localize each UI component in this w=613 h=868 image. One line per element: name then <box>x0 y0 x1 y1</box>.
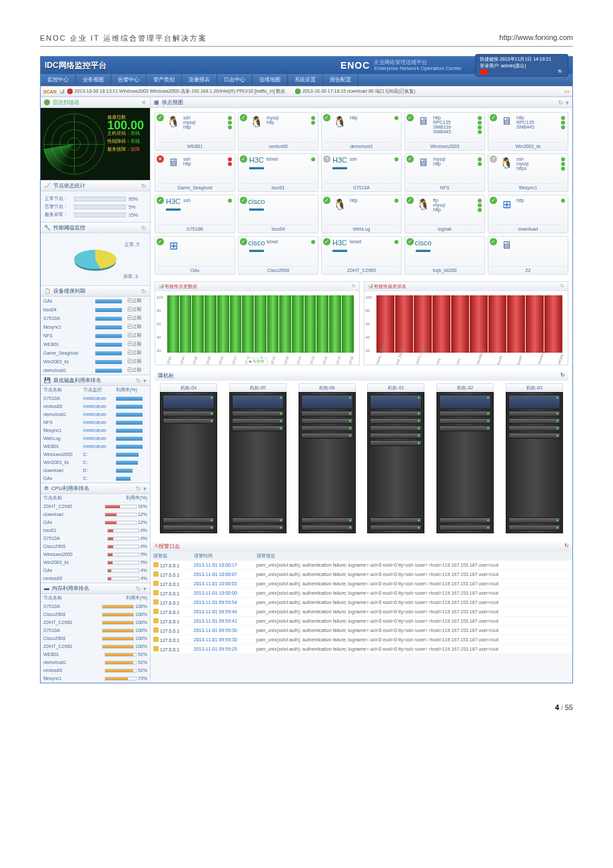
rack-server[interactable] <box>163 411 215 417</box>
refresh-icon[interactable]: ↻ <box>560 372 565 379</box>
mem-row[interactable]: demohost1 92% <box>41 659 150 667</box>
rack-server[interactable] <box>301 411 353 417</box>
cpu-row[interactable]: Windows2003 5% <box>41 551 150 559</box>
status-node[interactable]: ?H3C▬▬sshS7510A <box>321 153 402 192</box>
disk-row[interactable]: filesync1/mnt/cdrom <box>41 427 150 435</box>
refresh-icon[interactable]: ↻ ▾ <box>136 377 147 384</box>
maint-row[interactable]: lssx04已过期 <box>41 305 150 314</box>
refresh-icon[interactable]: ↻ ▾ <box>136 485 147 492</box>
status-node[interactable]: ✓🖥mysqlhttpNFS <box>404 153 485 192</box>
menu-item[interactable]: 报告配置 <box>323 74 358 86</box>
mem-row[interactable]: filesync1 73% <box>41 675 150 683</box>
rack-server[interactable] <box>301 418 353 424</box>
rack[interactable]: 机柜-04 <box>160 383 217 533</box>
rack-server[interactable] <box>232 418 284 424</box>
alarm-row[interactable]: 127.0.0.12013-11-01 09:59:41pam_unix(ssh… <box>151 617 572 626</box>
rack-server[interactable] <box>301 395 353 409</box>
alarm-row[interactable]: 127.0.0.12013-11-01 09:59:30pam_unix(ssh… <box>151 635 572 645</box>
refresh-icon[interactable]: ↻ <box>141 288 147 295</box>
status-node[interactable]: ✓🐧httpWebLog <box>321 195 402 233</box>
rack-server[interactable] <box>301 433 353 439</box>
mem-row[interactable]: S7510A 100% <box>41 627 150 635</box>
status-node[interactable]: ✓🐧ftpmysqlhttplogbak <box>404 195 485 233</box>
refresh-icon[interactable]: ↻ <box>560 283 564 290</box>
refresh-icon[interactable]: ↻ <box>141 183 147 189</box>
status-node[interactable]: ✓⊞httpdownload <box>488 195 568 233</box>
alarm-row[interactable]: 127.0.0.12013-11-01 10:00:07pam_unix(ssh… <box>151 570 572 579</box>
rack-server[interactable] <box>232 395 284 409</box>
cpu-row[interactable]: ZDHT_C2960 16% <box>41 503 150 511</box>
status-node[interactable]: ✓cisco▬▬bsjb_k8200 <box>404 236 485 275</box>
rack-server[interactable] <box>370 411 422 417</box>
menu-item[interactable]: 业务视图 <box>76 74 111 86</box>
status-node[interactable]: ✓🖥httpRPC135SMB139SMB445Windows2003 <box>404 112 485 151</box>
rack-server[interactable] <box>508 411 560 417</box>
alarm-row[interactable]: 127.0.0.12013-11-01 09:59:46pam_unix(ssh… <box>151 607 572 617</box>
rack-server[interactable] <box>370 433 422 439</box>
mem-row[interactable]: centos60 92% <box>41 667 150 675</box>
rack-server[interactable] <box>508 425 560 431</box>
refresh-icon[interactable]: ↻ <box>141 225 147 231</box>
refresh-icon[interactable]: ↻ <box>564 543 569 550</box>
cpu-row[interactable]: download 12% <box>41 511 150 519</box>
expand-icon[interactable]: »» <box>564 89 570 94</box>
disk-row[interactable]: downloadD: <box>41 467 150 475</box>
disk-row[interactable]: OAxC: <box>41 475 150 483</box>
mem-row[interactable]: WEB01 92% <box>41 651 150 659</box>
rack-server[interactable] <box>508 418 560 424</box>
mem-row[interactable]: Cisco2960 100% <box>41 611 150 619</box>
cpu-row[interactable]: OAx 4% <box>41 567 150 575</box>
rack-server[interactable] <box>163 395 215 409</box>
refresh-icon[interactable]: ↻ ▾ <box>558 99 569 106</box>
status-node[interactable]: ✓cisco▬▬lssx04 <box>238 195 318 233</box>
cpu-row[interactable]: Win2003_iis 5% <box>41 559 150 567</box>
disk-row[interactable]: NFS/mnt/cdrom <box>41 419 150 427</box>
disk-row[interactable]: S7510A/mnt/cdrom <box>41 395 150 403</box>
maint-row[interactable]: NFS已过期 <box>41 331 150 340</box>
status-node[interactable]: ✓🐧httpdemohost1 <box>321 112 402 151</box>
rack[interactable]: 机柜-03 <box>506 383 563 533</box>
rack-server[interactable] <box>439 395 491 409</box>
maint-row[interactable]: filesync1已过期 <box>41 323 150 331</box>
rack-server[interactable] <box>439 425 491 431</box>
alarm-row[interactable]: 127.0.0.12013-11-01 10:00:03pam_unix(ssh… <box>151 579 572 589</box>
rack-server[interactable] <box>439 418 491 424</box>
alarm-row[interactable]: 127.0.0.12013-11-01 10:00:17pam_unix(ssh… <box>151 561 572 570</box>
disk-row[interactable]: demohost1/mnt/cdrom <box>41 411 150 419</box>
menu-item[interactable]: 告警中心 <box>111 74 147 86</box>
rack-server[interactable] <box>370 395 422 409</box>
disk-row[interactable]: WEB01/mnt/cdrom <box>41 443 150 451</box>
cpu-row[interactable]: lssx01 6% <box>41 527 150 535</box>
disk-row[interactable]: Windows2003C: <box>41 451 150 459</box>
rack-server[interactable] <box>508 395 560 409</box>
rack-server[interactable] <box>370 440 422 446</box>
rack[interactable]: 机柜-01 <box>367 383 424 533</box>
status-node[interactable]: ✓H3C▬▬telnetlssx01 <box>238 153 318 192</box>
disk-row[interactable]: Win2003_iisC: <box>41 459 150 467</box>
menu-item[interactable]: 运维地图 <box>253 74 288 86</box>
mem-row[interactable]: Cisco2960 100% <box>41 635 150 643</box>
rack-server[interactable] <box>301 425 353 431</box>
login-info[interactable]: 登录用户: admin(退出) <box>480 63 526 69</box>
flag-cn-icon[interactable] <box>480 69 488 75</box>
alarm-row[interactable]: 127.0.0.12013-11-01 10:00:00pam_unix(ssh… <box>151 589 572 598</box>
status-node[interactable]: ✓cisco▬▬telnetCisco2960 <box>238 236 318 275</box>
menu-item[interactable]: 系统设置 <box>288 74 323 86</box>
maint-row[interactable]: S7510A已过期 <box>41 314 150 323</box>
status-node[interactable]: ✓🐧mysqlhttpcentos60 <box>238 112 318 151</box>
maint-row[interactable]: Game_Seaghost已过期 <box>41 349 150 357</box>
cpu-row[interactable]: centos60 4% <box>41 575 150 583</box>
refresh-icon[interactable]: ↻ ▾ <box>136 585 147 592</box>
menu-item[interactable]: 流量报表 <box>182 74 217 86</box>
menu-item[interactable]: 日志中心 <box>217 74 253 86</box>
status-node[interactable]: ✓H3C▬▬sshS7510B <box>155 195 235 233</box>
status-node[interactable]: ✕🖥sshhttpGame_Seaghost <box>155 153 235 192</box>
status-node[interactable]: ✓🖥22 <box>488 236 568 275</box>
rack-server[interactable] <box>370 425 422 431</box>
maint-row[interactable]: demohost1已过期 <box>41 366 150 375</box>
maint-row[interactable]: OAx已过期 <box>41 297 150 305</box>
rack-server[interactable] <box>508 433 560 439</box>
maint-row[interactable]: Win2003_iis已过期 <box>41 357 150 366</box>
menu-item[interactable]: 资产类别 <box>147 74 182 86</box>
mem-row[interactable]: ZDHT_C2960 100% <box>41 619 150 627</box>
